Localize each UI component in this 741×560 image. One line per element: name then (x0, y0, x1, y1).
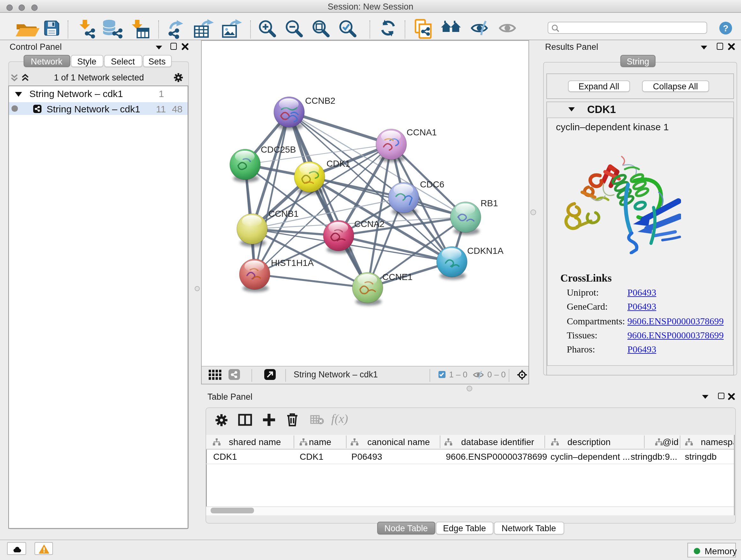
svg-text:CCNA2: CCNA2 (354, 219, 384, 229)
svg-text:CCNB2: CCNB2 (305, 96, 335, 106)
svg-text:CDC6: CDC6 (420, 179, 444, 189)
svg-text:CCNB1: CCNB1 (268, 209, 298, 219)
svg-text:CDK1: CDK1 (326, 159, 350, 169)
svg-text:CCNA1: CCNA1 (406, 127, 436, 137)
svg-text:CDC25B: CDC25B (260, 145, 295, 154)
svg-text:CCNE1: CCNE1 (382, 272, 412, 282)
svg-text:CDKN1A: CDKN1A (467, 246, 503, 256)
svg-text:HIST1H1A: HIST1H1A (271, 258, 313, 268)
svg-text:RB1: RB1 (480, 198, 497, 208)
